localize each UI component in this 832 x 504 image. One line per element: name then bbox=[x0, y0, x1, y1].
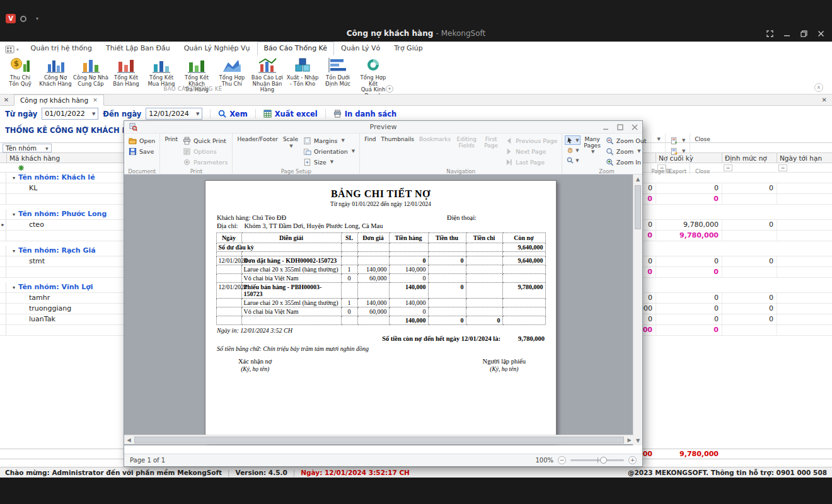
scroll-up-icon[interactable]: ▲ bbox=[633, 175, 642, 184]
fullscreen-icon[interactable] bbox=[766, 30, 773, 37]
row-selector[interactable] bbox=[0, 173, 6, 183]
row-selector[interactable] bbox=[0, 293, 6, 303]
group-filter-button[interactable]: Tên nhóm▼ bbox=[3, 144, 52, 152]
close-all-tabs-icon[interactable]: ✕ bbox=[0, 96, 13, 103]
app-logo[interactable]: V bbox=[6, 14, 16, 23]
filter-equals-icon[interactable]: = bbox=[778, 164, 787, 171]
row-selector[interactable] bbox=[0, 220, 6, 230]
ribbon-item-tong-hop-thu-chi[interactable]: Tổng HợpThu Chi bbox=[214, 56, 250, 99]
zoom-in-button[interactable]: Zoom In bbox=[604, 157, 649, 167]
app-titlebar[interactable]: V ▾ Công nợ khách hàng - MekongSoft bbox=[0, 0, 832, 42]
to-date-input[interactable]: 12/01/2024▼ bbox=[146, 108, 202, 120]
minimize-icon[interactable] bbox=[783, 30, 790, 37]
row-selector[interactable] bbox=[0, 194, 6, 204]
page-background-button[interactable]: A▼ bbox=[654, 135, 662, 144]
ribbon-item-tong-ket-mua-hang[interactable]: Tổng KếtMua Hàng bbox=[144, 56, 179, 99]
slider-thumb[interactable] bbox=[600, 457, 607, 464]
save-button[interactable]: Save bbox=[127, 146, 157, 156]
vertical-scrollbar[interactable]: ▲ ▼ bbox=[633, 175, 642, 445]
close-tab-icon[interactable]: ✕ bbox=[93, 97, 98, 103]
pointer-tool[interactable]: ▼ bbox=[565, 135, 581, 145]
chevron-down-icon[interactable]: ▼ bbox=[196, 112, 199, 117]
zoom-button[interactable]: Zoom▼ bbox=[604, 146, 649, 156]
close-icon[interactable] bbox=[818, 30, 824, 37]
row-selector[interactable] bbox=[0, 304, 6, 314]
print-list-button[interactable]: In danh sách bbox=[333, 110, 396, 118]
scale-button[interactable]: Scale ▼ bbox=[281, 135, 300, 150]
editing-fields-button[interactable]: Editing Fields bbox=[454, 135, 479, 149]
filter-equals-icon[interactable]: = bbox=[724, 164, 732, 171]
ribbon-item-tong-ket-ban-hang[interactable]: Tổng KếtBán Hàng bbox=[108, 56, 144, 99]
scroll-down-icon[interactable]: ▼ bbox=[633, 436, 642, 445]
new-row-icon[interactable] bbox=[18, 164, 25, 171]
column-header-dinh-muc-no[interactable]: Định mức nợ bbox=[722, 153, 777, 163]
preview-surface[interactable]: BẢNG CHI TIẾT NỢ Từ ngày 01/01/2022 đến … bbox=[124, 175, 642, 445]
ribbon-group-launcher-icon[interactable]: ▾ bbox=[386, 85, 393, 93]
ribbon-menu-icon[interactable]: ▾ bbox=[5, 45, 19, 55]
tab-quan-ly-nghiep-vu[interactable]: Quản Lý Nghiệp Vụ bbox=[177, 42, 257, 55]
row-selector[interactable] bbox=[0, 282, 6, 292]
ribbon-item-tong-hop-ket-qua-kinh-doanh[interactable]: Tổng Hợp KếtQuả Kinh Doanh bbox=[355, 56, 391, 99]
zoom-out-button[interactable]: Zoom Out bbox=[604, 135, 649, 146]
close-preview-button[interactable]: Close bbox=[693, 135, 712, 144]
ribbon-item-ton-duoi-dinh-muc[interactable]: Tồn DướiĐịnh Mức bbox=[320, 56, 355, 99]
quick-access-icon[interactable] bbox=[20, 16, 26, 22]
margins-button[interactable]: Margins▼ bbox=[301, 135, 357, 146]
preview-titlebar[interactable]: Preview bbox=[124, 121, 642, 134]
tab-bao-cao-thong-ke[interactable]: Báo Cáo Thống Kê bbox=[257, 42, 334, 55]
parameters-button[interactable]: Parameters bbox=[181, 157, 229, 167]
previous-page-button[interactable]: Previous Page bbox=[503, 135, 559, 146]
hand-tool[interactable]: ▼ bbox=[565, 146, 581, 155]
scrollbar-thumb[interactable] bbox=[134, 437, 624, 444]
export-excel-button[interactable]: Xuất excel bbox=[263, 110, 318, 118]
zoom-in-icon[interactable]: + bbox=[628, 456, 637, 464]
row-selector[interactable] bbox=[0, 246, 6, 256]
magnifier-tool[interactable]: ▼ bbox=[565, 156, 581, 165]
orientation-button[interactable]: Orientation▼ bbox=[301, 146, 357, 156]
size-button[interactable]: Size▼ bbox=[301, 157, 357, 167]
row-selector[interactable] bbox=[0, 267, 6, 277]
chevron-down-icon[interactable]: ▼ bbox=[92, 112, 95, 117]
print-button[interactable]: Print bbox=[163, 135, 180, 144]
many-pages-button[interactable]: Many Pages ▼ bbox=[582, 135, 602, 156]
tab-tro-giup[interactable]: Trợ Giúp bbox=[387, 42, 429, 55]
ribbon-item-xuat-nhap-ton-kho[interactable]: Xuất - Nhập- Tồn Kho bbox=[285, 56, 320, 99]
row-selector[interactable] bbox=[0, 209, 6, 219]
ribbon-item-thu-chi-ton-quy[interactable]: $ Thu ChiTồn Quỹ bbox=[3, 56, 38, 99]
header-footer-button[interactable]: Header/Footer bbox=[235, 135, 279, 144]
quick-print-button[interactable]: Quick Print bbox=[181, 135, 229, 146]
horizontal-scrollbar[interactable]: ◀ ▶ bbox=[124, 435, 634, 444]
options-button[interactable]: Options bbox=[181, 146, 229, 156]
ribbon-item-tong-ket-khach-tra-hang[interactable]: Tổng Kết KháchTrả Hàng bbox=[179, 56, 214, 99]
column-header-ma-khach-hang[interactable]: Mã khách hàng bbox=[6, 153, 124, 163]
find-button[interactable]: Find bbox=[362, 135, 378, 144]
quick-access-caret-icon[interactable]: ▾ bbox=[36, 16, 38, 21]
scroll-left-icon[interactable]: ◀ bbox=[124, 437, 134, 443]
scrollbar-thumb[interactable] bbox=[635, 185, 641, 229]
ribbon-item-bao-cao-loi-nhuan[interactable]: Báo Cáo LợiNhuận Bán Hàng bbox=[250, 56, 285, 99]
ribbon-item-cong-no-nha-cung-cap[interactable]: Công Nợ NhàCung Cấp bbox=[73, 56, 108, 99]
bookmarks-button[interactable]: Bookmarks bbox=[417, 135, 453, 144]
last-page-button[interactable]: Last Page bbox=[503, 157, 559, 167]
row-selector[interactable] bbox=[0, 183, 6, 193]
from-date-input[interactable]: 01/01/2022▼ bbox=[42, 108, 98, 120]
zoom-out-icon[interactable]: − bbox=[558, 456, 566, 464]
send-document-button[interactable]: ▼ bbox=[668, 146, 687, 156]
view-button[interactable]: Xem bbox=[218, 110, 247, 118]
tab-thiet-lap-ban-dau[interactable]: Thiết Lập Ban Đầu bbox=[99, 42, 177, 55]
restore-icon[interactable] bbox=[800, 30, 807, 37]
scroll-right-icon[interactable]: ▶ bbox=[625, 437, 634, 443]
row-selector[interactable] bbox=[0, 314, 6, 324]
ribbon-item-cong-no-khach-hang[interactable]: Công NợKhách Hàng bbox=[38, 56, 73, 99]
row-selector[interactable] bbox=[0, 256, 6, 266]
tab-quan-tri-he-thong[interactable]: Quản trị hệ thống bbox=[24, 42, 99, 55]
export-document-button[interactable]: ▼ bbox=[668, 135, 687, 146]
tab-quan-ly-vo[interactable]: Quản Lý Vỏ bbox=[334, 42, 387, 55]
first-page-button[interactable]: First Page bbox=[480, 135, 502, 149]
close-document-icon[interactable]: ✕ bbox=[822, 96, 827, 103]
open-button[interactable]: Open bbox=[127, 135, 157, 146]
next-page-button[interactable]: Next Page bbox=[503, 146, 559, 156]
ribbon-collapse-icon[interactable]: ∧ bbox=[814, 83, 823, 92]
zoom-slider[interactable] bbox=[570, 459, 624, 461]
thumbnails-button[interactable]: Thumbnails bbox=[379, 135, 416, 144]
